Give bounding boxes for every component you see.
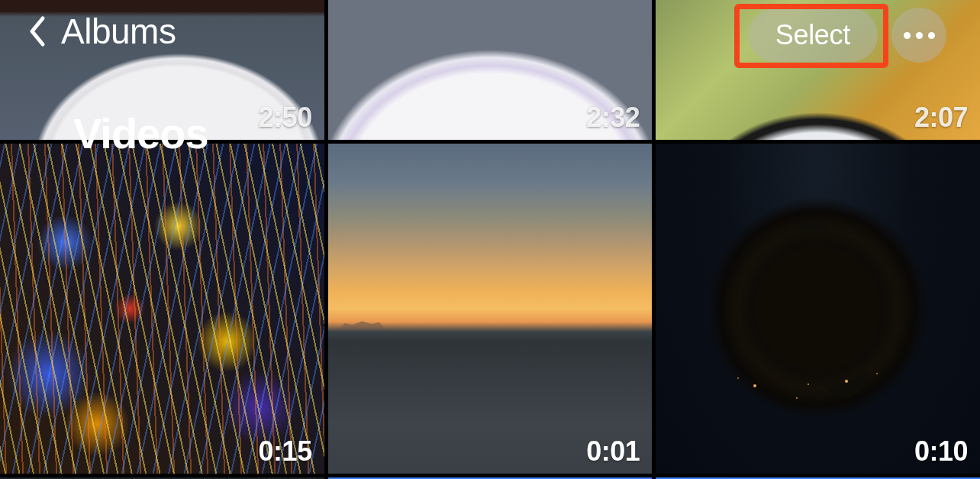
select-button[interactable]: Select (748, 8, 878, 62)
video-thumbnail[interactable]: 2:32 (328, 0, 653, 140)
video-duration: 0:01 (586, 435, 640, 468)
video-thumbnail[interactable]: 0:15 (0, 144, 324, 474)
back-button[interactable]: Albums (27, 11, 176, 52)
video-duration: 2:07 (914, 102, 968, 134)
video-thumbnail[interactable]: 0:10 (656, 144, 980, 474)
video-duration: 2:32 (586, 102, 640, 134)
video-duration: 0:10 (914, 435, 968, 468)
video-thumbnail[interactable]: 0:01 (328, 144, 653, 474)
chevron-left-icon (27, 15, 46, 47)
more-options-button[interactable] (891, 8, 946, 63)
video-duration: 2:50 (259, 102, 312, 134)
back-label: Albums (61, 11, 176, 52)
ellipsis-icon (904, 32, 935, 39)
video-duration: 0:15 (259, 435, 312, 468)
